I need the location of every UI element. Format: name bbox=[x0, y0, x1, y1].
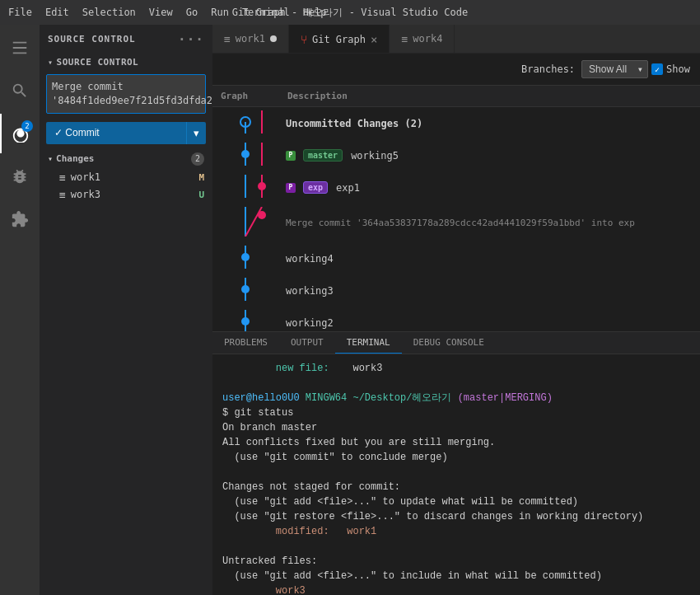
terminal-line-5: (use "git add <file>..." to update what … bbox=[222, 494, 690, 509]
terminal-area: PROBLEMS OUTPUT TERMINAL DEBUG CONSOLE n… bbox=[212, 331, 700, 595]
activity-bar: 2 bbox=[0, 25, 40, 595]
table-row[interactable]: working2 bbox=[212, 307, 700, 331]
uncommitted-label: Uncommitted Changes (2) bbox=[286, 118, 422, 129]
tab-git-graph-close[interactable]: × bbox=[371, 33, 377, 46]
tab-output[interactable]: OUTPUT bbox=[279, 332, 335, 354]
table-row[interactable]: P master working5 bbox=[212, 139, 700, 171]
menu-file[interactable]: File bbox=[8, 7, 32, 18]
editor-area: ≡ work1 ⑂ Git Graph × ≡ work4 Branches: bbox=[212, 25, 700, 595]
terminal-line-1: On branch master bbox=[222, 420, 690, 435]
graph-content: Graph Description bbox=[212, 86, 700, 331]
terminal-tabs: PROBLEMS OUTPUT TERMINAL DEBUG CONSOLE bbox=[212, 332, 700, 354]
desc-working2[interactable]: working2 bbox=[279, 307, 700, 331]
tab-work4-label: work4 bbox=[413, 33, 442, 45]
show-label: Show bbox=[666, 63, 690, 75]
commit-message-input[interactable]: Merge commit '8484f1ded9ee7f21d5fd3dfda2… bbox=[46, 74, 206, 114]
svg-point-5 bbox=[241, 150, 250, 158]
file-icon-work1: ≡ bbox=[59, 171, 66, 184]
terminal-line-7: modified: work1 bbox=[222, 524, 690, 539]
desc-working4[interactable]: working4 bbox=[279, 242, 700, 274]
branch-icon-exp: P bbox=[286, 183, 296, 193]
graph-table: Graph Description bbox=[212, 86, 700, 331]
svg-point-11 bbox=[258, 211, 266, 219]
tab-terminal[interactable]: TERMINAL bbox=[335, 332, 402, 354]
tab-work1-dot bbox=[270, 33, 277, 45]
tab-problems[interactable]: PROBLEMS bbox=[212, 332, 279, 354]
terminal-line-3: (use "git commit" to conclude merge) bbox=[222, 450, 690, 465]
table-row[interactable]: working4 bbox=[212, 242, 700, 274]
svg-point-8 bbox=[258, 182, 266, 190]
file-status-work1: M bbox=[198, 172, 204, 183]
changes-label: Changes bbox=[56, 153, 191, 164]
sidebar: Source Control ··· ▾ Source Control Merg… bbox=[40, 25, 212, 595]
desc-exp[interactable]: P exp exp1 bbox=[279, 171, 700, 204]
terminal-line-6: (use "git restore <file>..." to discard … bbox=[222, 509, 690, 524]
branch-badge-exp: exp bbox=[303, 181, 328, 194]
activity-source-control[interactable]: 2 bbox=[0, 114, 40, 153]
commit-arrow-button[interactable]: ▾ bbox=[186, 122, 206, 144]
tab-debug-console[interactable]: DEBUG CONSOLE bbox=[402, 332, 496, 354]
sidebar-title: Source Control bbox=[48, 34, 136, 45]
branches-select-wrapper[interactable]: Show All bbox=[581, 60, 648, 78]
table-row[interactable]: Uncommitted Changes (2) bbox=[212, 107, 700, 140]
tab-work1[interactable]: ≡ work1 bbox=[212, 25, 289, 53]
table-row[interactable]: Merge commit '364aa53837178a289cdcc42ad4… bbox=[212, 204, 700, 242]
file-status-work3: U bbox=[198, 190, 204, 200]
terminal-new-file-line: new file: work3 bbox=[222, 361, 690, 376]
branches-label: Branches: bbox=[521, 63, 575, 75]
desc-working3[interactable]: working3 bbox=[279, 274, 700, 307]
changes-section[interactable]: ▾ Changes 2 bbox=[40, 149, 212, 169]
activity-debug[interactable] bbox=[0, 157, 40, 196]
changes-count: 2 bbox=[191, 152, 204, 166]
graph-cell-merge bbox=[212, 204, 279, 242]
svg-point-17 bbox=[241, 317, 250, 326]
desc-merge[interactable]: Merge commit '364aa53837178a289cdcc42ad4… bbox=[279, 204, 700, 242]
graph-toolbar: Branches: Show All ✓ Show bbox=[212, 54, 700, 86]
commit-button[interactable]: ✓ Commit bbox=[46, 122, 186, 144]
branch-badge-master: master bbox=[303, 149, 343, 162]
table-row[interactable]: P exp exp1 bbox=[212, 171, 700, 204]
menu-go[interactable]: Go bbox=[186, 7, 198, 18]
source-control-label: Source Control bbox=[57, 57, 139, 68]
tab-git-graph-icon: ⑂ bbox=[301, 33, 307, 46]
terminal-line-4: Changes not staged for commit: bbox=[222, 480, 690, 494]
desc-exp1: exp1 bbox=[336, 182, 360, 194]
title-bar: File Edit Selection View Go Run Terminal… bbox=[0, 0, 700, 25]
sidebar-header: Source Control ··· bbox=[40, 25, 212, 54]
terminal-content[interactable]: new file: work3 user@hello0U0 MINGW64 ~/… bbox=[212, 354, 700, 595]
menu-run[interactable]: Run bbox=[211, 7, 229, 18]
tab-git-graph[interactable]: ⑂ Git Graph × bbox=[289, 25, 390, 53]
graph-cell-uncommitted bbox=[212, 107, 279, 140]
section-chevron: ▾ bbox=[48, 58, 54, 67]
terminal-command: $ git status bbox=[222, 405, 690, 420]
branches-select[interactable]: Show All bbox=[581, 60, 648, 78]
tab-work4-icon: ≡ bbox=[401, 33, 408, 45]
activity-extensions[interactable] bbox=[0, 199, 40, 239]
sidebar-more-button[interactable]: ··· bbox=[178, 31, 204, 47]
menu-edit[interactable]: Edit bbox=[45, 7, 69, 18]
menu-selection[interactable]: Selection bbox=[82, 7, 136, 18]
file-item-work3[interactable]: ≡ work3 U bbox=[40, 186, 212, 204]
svg-point-13 bbox=[241, 253, 250, 261]
graph-cell-master bbox=[212, 139, 279, 171]
activity-search[interactable] bbox=[0, 71, 40, 110]
graph-cell-working2 bbox=[212, 307, 279, 331]
source-control-badge: 2 bbox=[21, 120, 33, 132]
table-row[interactable]: working3 bbox=[212, 274, 700, 307]
file-name-work1: work1 bbox=[71, 171, 196, 183]
source-control-section[interactable]: ▾ Source Control bbox=[40, 54, 212, 71]
tab-work1-icon: ≡ bbox=[224, 33, 231, 45]
file-item-work1[interactable]: ≡ work1 M bbox=[40, 169, 212, 186]
tab-work4[interactable]: ≡ work4 bbox=[390, 25, 455, 53]
activity-explorer[interactable] bbox=[0, 28, 40, 68]
changes-chevron: ▾ bbox=[48, 154, 53, 163]
desc-working5: working5 bbox=[351, 150, 399, 162]
show-all-checkbox[interactable]: ✓ bbox=[651, 63, 663, 75]
desc-master[interactable]: P master working5 bbox=[279, 139, 700, 171]
menu-view[interactable]: View bbox=[149, 7, 173, 18]
window-title: Git Graph - 헤오라기 - Visual Studio Code bbox=[232, 6, 468, 20]
graph-cell-working3 bbox=[212, 274, 279, 307]
show-all-button[interactable]: ✓ Show bbox=[651, 63, 690, 75]
terminal-prompt: user@hello0U0 MINGW64 ~/Desktop/헤오라기 (ma… bbox=[222, 391, 690, 405]
desc-uncommitted[interactable]: Uncommitted Changes (2) bbox=[279, 107, 700, 140]
